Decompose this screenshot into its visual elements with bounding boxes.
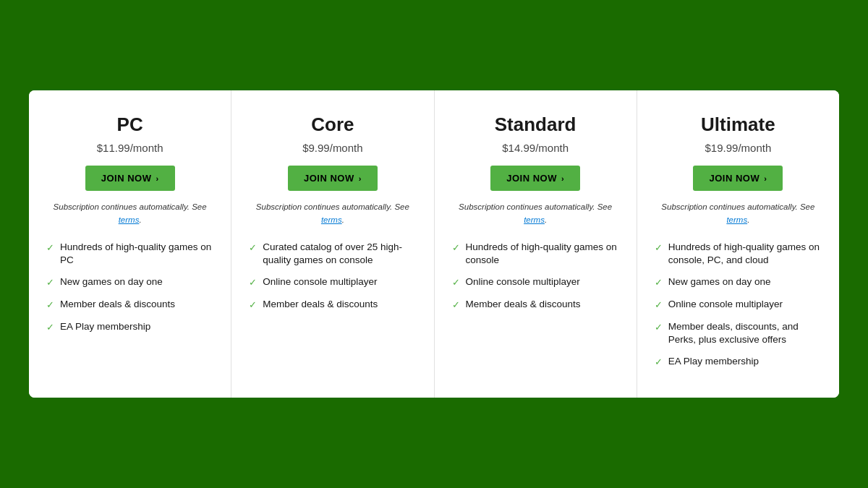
list-item: ✓Member deals, discounts, and Perks, plu… [655, 320, 822, 346]
list-item: ✓Curated catalog of over 25 high-quality… [249, 241, 416, 267]
features-list-ultimate: ✓Hundreds of high-quality games on conso… [655, 241, 822, 377]
check-icon: ✓ [249, 241, 257, 254]
feature-text: New games on day one [668, 275, 771, 288]
plan-name-pc: PC [117, 114, 143, 136]
list-item: ✓EA Play membership [655, 355, 822, 369]
subscription-note-standard: Subscription continues automatically. Se… [452, 201, 619, 226]
list-item: ✓Online console multiplayer [655, 298, 822, 312]
feature-text: New games on day one [60, 275, 163, 288]
list-item: ✓Member deals & discounts [452, 298, 619, 312]
features-list-core: ✓Curated catalog of over 25 high-quality… [249, 241, 416, 320]
subscription-note-core: Subscription continues automatically. Se… [249, 201, 416, 226]
plans-container: PC$11.99/monthJOIN NOW›Subscription cont… [29, 90, 839, 397]
feature-text: Member deals & discounts [466, 298, 581, 311]
chevron-icon: › [764, 174, 767, 183]
feature-text: Hundreds of high-quality games on consol… [668, 241, 822, 267]
check-icon: ✓ [46, 241, 54, 254]
plan-card-core: Core$9.99/monthJOIN NOW›Subscription con… [231, 90, 434, 397]
check-icon: ✓ [452, 241, 460, 254]
list-item: ✓Hundreds of high-quality games on conso… [655, 241, 822, 267]
check-icon: ✓ [46, 321, 54, 334]
check-icon: ✓ [655, 356, 663, 369]
list-item: ✓Member deals & discounts [249, 298, 416, 312]
chevron-icon: › [561, 174, 564, 183]
terms-link-pc[interactable]: terms [119, 215, 140, 224]
check-icon: ✓ [655, 276, 663, 289]
check-icon: ✓ [655, 241, 663, 254]
feature-text: Member deals, discounts, and Perks, plus… [668, 320, 822, 346]
list-item: ✓New games on day one [655, 275, 822, 289]
check-icon: ✓ [46, 276, 54, 289]
terms-link-core[interactable]: terms [321, 215, 342, 224]
check-icon: ✓ [452, 276, 460, 289]
feature-text: Member deals & discounts [263, 298, 378, 311]
feature-text: Online console multiplayer [263, 275, 377, 288]
plan-price-ultimate: $19.99/month [705, 142, 772, 154]
list-item: ✓Online console multiplayer [249, 275, 416, 289]
feature-text: Online console multiplayer [668, 298, 783, 311]
list-item: ✓New games on day one [46, 275, 213, 289]
join-now-button-pc[interactable]: JOIN NOW› [85, 166, 175, 191]
check-icon: ✓ [655, 299, 663, 312]
list-item: ✓Hundreds of high-quality games on conso… [452, 241, 619, 267]
terms-link-standard[interactable]: terms [524, 215, 545, 224]
join-label: JOIN NOW [506, 173, 557, 184]
join-now-button-standard[interactable]: JOIN NOW› [490, 166, 580, 191]
subscription-note-ultimate: Subscription continues automatically. Se… [655, 201, 822, 226]
plan-card-ultimate: Ultimate$19.99/monthJOIN NOW›Subscriptio… [637, 90, 839, 397]
join-now-button-core[interactable]: JOIN NOW› [288, 166, 378, 191]
subscription-note-pc: Subscription continues automatically. Se… [46, 201, 213, 226]
list-item: ✓EA Play membership [46, 320, 213, 334]
check-icon: ✓ [249, 299, 257, 312]
feature-text: Online console multiplayer [466, 275, 580, 288]
feature-text: Hundreds of high-quality games on consol… [466, 241, 619, 267]
terms-link-ultimate[interactable]: terms [726, 215, 747, 224]
list-item: ✓Member deals & discounts [46, 298, 213, 312]
plan-name-ultimate: Ultimate [701, 114, 775, 136]
plan-price-pc: $11.99/month [97, 142, 163, 154]
feature-text: Hundreds of high-quality games on PC [60, 241, 213, 267]
plan-card-standard: Standard$14.99/monthJOIN NOW›Subscriptio… [435, 90, 637, 397]
join-now-button-ultimate[interactable]: JOIN NOW› [693, 166, 783, 191]
check-icon: ✓ [452, 299, 460, 312]
join-label: JOIN NOW [101, 173, 152, 184]
feature-text: EA Play membership [668, 355, 759, 368]
check-icon: ✓ [249, 276, 257, 289]
features-list-pc: ✓Hundreds of high-quality games on PC✓Ne… [46, 241, 213, 342]
check-icon: ✓ [655, 321, 663, 334]
check-icon: ✓ [46, 299, 54, 312]
plan-card-pc: PC$11.99/monthJOIN NOW›Subscription cont… [29, 90, 231, 397]
list-item: ✓Hundreds of high-quality games on PC [46, 241, 213, 267]
feature-text: Curated catalog of over 25 high-quality … [263, 241, 416, 267]
join-label: JOIN NOW [709, 173, 760, 184]
plan-name-standard: Standard [495, 114, 576, 136]
chevron-icon: › [359, 174, 362, 183]
join-label: JOIN NOW [304, 173, 354, 184]
chevron-icon: › [156, 174, 158, 183]
list-item: ✓Online console multiplayer [452, 275, 619, 289]
plan-price-core: $9.99/month [302, 142, 362, 154]
plan-name-core: Core [311, 114, 354, 136]
feature-text: Member deals & discounts [60, 298, 175, 311]
plan-price-standard: $14.99/month [502, 142, 569, 154]
features-list-standard: ✓Hundreds of high-quality games on conso… [452, 241, 619, 320]
feature-text: EA Play membership [60, 320, 150, 333]
